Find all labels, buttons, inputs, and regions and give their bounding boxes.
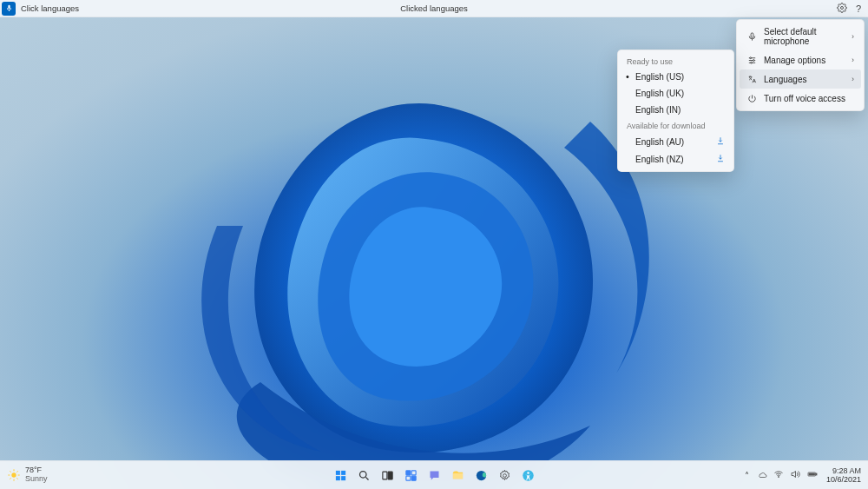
lang-item-en-au[interactable]: English (AU) — [618, 133, 733, 150]
lang-label: English (UK) — [635, 89, 684, 98]
search-button[interactable] — [353, 465, 374, 486]
edge-button[interactable] — [470, 465, 491, 486]
svg-rect-14 — [335, 470, 339, 474]
microphone-button[interactable] — [2, 2, 16, 16]
settings-app-button[interactable] — [494, 465, 515, 486]
taskbar-center-icons — [330, 465, 538, 486]
svg-point-30 — [527, 472, 529, 474]
svg-rect-23 — [411, 470, 416, 474]
svg-rect-16 — [335, 476, 339, 480]
widgets-button[interactable] — [400, 465, 421, 486]
svg-rect-1 — [751, 32, 753, 37]
tray-chevron-icon[interactable]: ˄ — [745, 471, 749, 480]
languages-submenu: Ready to use English (US) English (UK) E… — [617, 50, 734, 172]
menu-item-options[interactable]: Manage options › — [740, 50, 861, 69]
lang-download-header: Available for download — [618, 118, 733, 133]
svg-point-18 — [359, 471, 366, 478]
taskbar: 78°F Sunny — [0, 460, 868, 489]
svg-point-31 — [778, 477, 779, 478]
voice-hint-text: Click languages — [21, 3, 79, 13]
chat-button[interactable] — [424, 465, 444, 486]
lang-label: English (US) — [635, 72, 684, 82]
power-icon — [746, 93, 757, 103]
menu-item-label: Manage options — [764, 56, 825, 65]
wifi-icon[interactable] — [773, 469, 784, 481]
help-icon[interactable]: ? — [856, 3, 861, 14]
lang-label: English (AU) — [635, 137, 684, 147]
svg-rect-25 — [411, 476, 416, 480]
svg-line-11 — [16, 478, 17, 479]
svg-point-4 — [750, 62, 752, 63]
sun-icon — [7, 468, 21, 482]
lang-label: English (IN) — [635, 105, 681, 115]
svg-point-0 — [840, 6, 843, 9]
volume-icon[interactable] — [790, 469, 800, 481]
svg-point-3 — [753, 59, 754, 61]
settings-gear-icon[interactable] — [837, 3, 847, 15]
download-icon[interactable] — [716, 136, 725, 147]
svg-point-5 — [11, 472, 16, 477]
microphone-icon — [746, 31, 757, 42]
svg-rect-24 — [405, 476, 410, 480]
menu-item-label: Turn off voice access — [764, 94, 845, 103]
lang-item-en-nz[interactable]: English (NZ) — [618, 150, 733, 168]
svg-rect-21 — [388, 472, 392, 479]
lang-item-en-us[interactable]: English (US) — [618, 69, 733, 85]
svg-rect-22 — [405, 470, 410, 474]
svg-rect-34 — [809, 473, 815, 475]
chevron-right-icon: › — [852, 32, 854, 41]
menu-item-languages[interactable]: Languages › — [740, 69, 861, 89]
time-text: 9:28 AM — [826, 466, 861, 475]
menu-item-label: Select default microphone — [764, 27, 845, 46]
menu-item-label: Languages — [764, 75, 807, 84]
weather-widget[interactable]: 78°F Sunny — [7, 466, 48, 484]
weather-cond: Sunny — [25, 475, 48, 484]
voice-access-bar: Click languages Clicked languages ? — [0, 0, 868, 17]
lang-item-en-uk[interactable]: English (UK) — [618, 85, 733, 102]
language-icon — [746, 74, 757, 84]
svg-line-12 — [10, 478, 10, 479]
onedrive-icon[interactable] — [757, 469, 767, 481]
chevron-right-icon: › — [852, 56, 854, 64]
start-button[interactable] — [330, 465, 351, 486]
svg-rect-17 — [341, 476, 345, 480]
svg-point-28 — [503, 473, 506, 477]
options-icon — [746, 55, 757, 65]
download-icon[interactable] — [716, 154, 725, 164]
clock[interactable]: 9:28 AM 10/6/2021 — [826, 466, 861, 485]
menu-item-microphone[interactable]: Select default microphone › — [740, 23, 861, 50]
svg-line-10 — [10, 471, 10, 472]
voice-settings-menu: Select default microphone › Manage optio… — [736, 19, 865, 111]
date-text: 10/6/2021 — [826, 475, 861, 484]
voice-status-text: Clicked languages — [400, 3, 468, 13]
lang-ready-header: Ready to use — [618, 54, 733, 69]
menu-item-turnoff[interactable]: Turn off voice access — [740, 89, 861, 108]
svg-point-2 — [749, 56, 751, 58]
lang-item-en-in[interactable]: English (IN) — [618, 102, 733, 118]
battery-icon[interactable] — [806, 469, 819, 481]
svg-rect-20 — [382, 472, 386, 479]
accessibility-button[interactable] — [517, 465, 538, 486]
svg-rect-33 — [816, 473, 817, 475]
chevron-right-icon: › — [852, 75, 854, 83]
svg-line-13 — [16, 471, 17, 472]
svg-line-19 — [365, 477, 368, 479]
svg-rect-26 — [452, 473, 462, 479]
task-view-button[interactable] — [377, 465, 398, 486]
lang-label: English (NZ) — [635, 155, 684, 164]
svg-rect-15 — [341, 470, 345, 474]
file-explorer-button[interactable] — [447, 465, 468, 486]
